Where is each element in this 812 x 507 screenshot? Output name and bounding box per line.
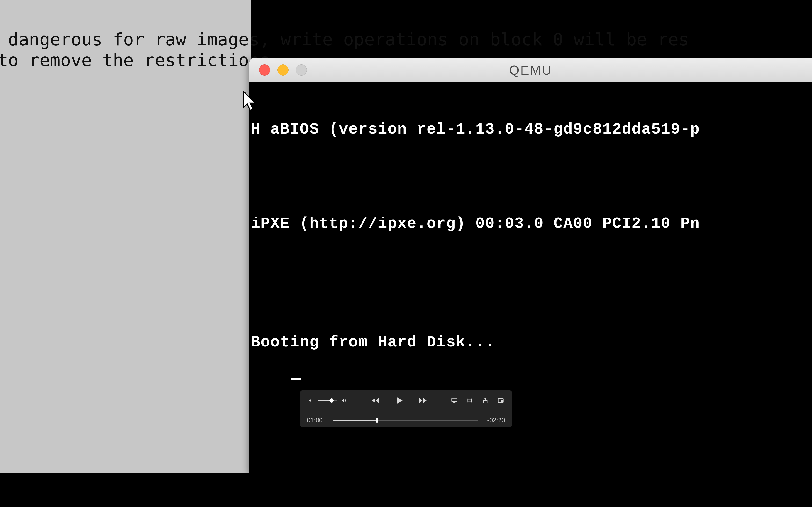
close-button[interactable] [259,64,270,75]
volume-thumb[interactable] [329,398,334,403]
zoom-button[interactable] [296,64,307,75]
ipxe-line: iPXE (http://ipxe.org) 00:03.0 CA00 PCI2… [251,215,811,232]
bg-terminal-line-2: to remove the restrictions [0,50,270,70]
mute-icon[interactable] [307,396,316,405]
text-cursor [292,378,301,381]
titlebar[interactable]: QEMU [249,58,812,82]
svg-rect-0 [452,398,457,402]
share-icon[interactable] [481,396,490,405]
background-terminal-panel: dangerous for raw images, write operatio… [0,0,251,473]
bios-line: H aBIOS (version rel-1.13.0-48-gd9c812dd… [251,121,811,138]
boot-line: Booting from Hard Disk... [251,334,811,351]
window-title: QEMU [249,62,812,77]
volume-up-icon[interactable] [340,396,349,405]
fast-forward-button[interactable] [417,395,429,406]
seek-fill [334,419,377,421]
airplay-icon[interactable] [450,396,459,405]
player-top-row [307,395,505,406]
seek-thumb[interactable] [376,418,378,423]
svg-rect-1 [468,399,472,402]
seek-slider[interactable] [334,419,478,421]
picture-in-picture-icon[interactable] [496,396,505,405]
rewind-button[interactable] [370,395,382,406]
trim-icon[interactable] [465,396,474,405]
player-bottom-row: 01:00 -02:20 [307,416,505,424]
volume-control[interactable] [307,396,349,405]
svg-rect-4 [501,400,503,402]
play-button[interactable] [394,395,405,406]
transport-controls [370,395,429,406]
traffic-lights [259,64,307,75]
elapsed-time: 01:00 [307,416,329,424]
bg-terminal-line-1: dangerous for raw images, write operatio… [0,29,689,50]
remaining-time: -02:20 [483,416,505,424]
media-player-controls: 01:00 -02:20 [300,390,512,427]
volume-slider[interactable] [318,400,337,401]
minimize-button[interactable] [277,64,289,75]
player-right-controls [450,396,505,405]
